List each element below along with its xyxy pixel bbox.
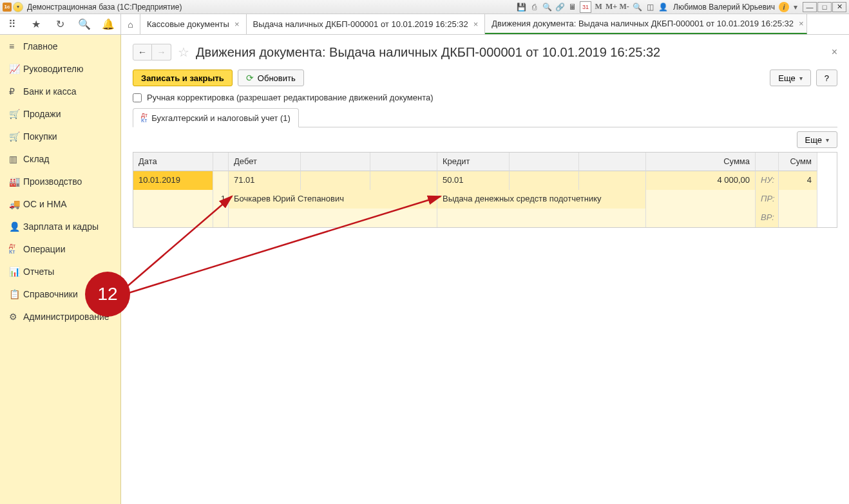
col-debit-s3[interactable]	[370, 153, 437, 171]
refresh-button[interactable]: ⟳Обновить	[238, 70, 304, 86]
tb-icon-panels[interactable]: ◫	[644, 1, 656, 13]
tb-icon-zoom[interactable]: 🔍	[631, 1, 643, 13]
sidebar-item-9[interactable]: ДтКтОперации	[0, 238, 120, 260]
cart-icon: 🛒	[9, 109, 23, 119]
tab-0-close[interactable]: ×	[234, 19, 240, 29]
tab-1-close[interactable]: ×	[473, 19, 479, 29]
cell-r2-date	[133, 190, 213, 209]
cell-credit-s1	[510, 171, 579, 190]
col-n[interactable]	[213, 153, 229, 171]
favorite-star[interactable]: ☆	[178, 44, 189, 60]
refresh-icon: ⟳	[246, 73, 254, 83]
apps-icon[interactable]: ⠿	[5, 17, 20, 32]
window-maximize[interactable]: □	[817, 2, 832, 12]
factory-icon: 🏭	[9, 176, 23, 187]
search-icon[interactable]: 🔍	[77, 17, 92, 32]
sidebar-item-4[interactable]: 🛒Покупки	[0, 125, 120, 147]
tb-icon-calendar[interactable]: 31	[580, 1, 591, 13]
sidebar-item-3[interactable]: 🛒Продажи	[0, 102, 120, 125]
grid-row-1[interactable]: 10.01.2019 71.01 50.01 4 000,00 НУ: 4	[133, 171, 837, 190]
tb-icon-preview[interactable]: 🔍	[541, 1, 553, 13]
tb-icon-m-plus[interactable]: M+	[606, 1, 617, 13]
window-minimize[interactable]: —	[803, 2, 817, 12]
tb-icon-link[interactable]: 🔗	[554, 1, 566, 13]
cart-icon: 🛒	[9, 131, 23, 142]
sidebar-item-5[interactable]: ▥Склад	[0, 147, 120, 170]
user-icon: 👤	[657, 1, 669, 13]
cell-debit-acc: 71.01	[229, 171, 301, 190]
cell-debit-s1	[301, 171, 370, 190]
cell-vr-label: ВР:	[756, 209, 779, 227]
cell-sum2: 4	[779, 171, 817, 190]
doc-title: Движения документа: Выдача наличных ДКБП…	[196, 45, 660, 60]
cell-credit-acc: 50.01	[437, 171, 510, 190]
tb-icon-m[interactable]: M	[593, 1, 604, 13]
person-icon: 👤	[9, 221, 23, 232]
cell-debit-person: Бочкарев Юрий Степанович	[229, 190, 437, 209]
toolbar-row: ⠿ ★ ↻ 🔍 🔔 ⌂ Кассовые документы× Выдача н…	[0, 14, 849, 35]
col-date[interactable]: Дата	[133, 153, 213, 171]
info-icon[interactable]: i	[779, 2, 789, 12]
sidebar-item-1[interactable]: 📈Руководителю	[0, 57, 120, 80]
save-close-button[interactable]: Записать и закрыть	[133, 70, 233, 86]
ruble-icon: ₽	[9, 86, 23, 97]
app-logo-icon: 1c	[3, 3, 12, 12]
tab-1[interactable]: Выдача наличных ДКБП-000001 от 10.01.201…	[247, 14, 486, 34]
col-credit-s1[interactable]	[510, 153, 579, 171]
close-doc[interactable]: ×	[832, 46, 837, 58]
bars-icon: 📊	[9, 266, 23, 277]
action-row: Записать и закрыть ⟳Обновить Еще ?	[133, 70, 837, 86]
col-credit-s3[interactable]	[579, 153, 646, 171]
window-close[interactable]: ✕	[832, 2, 846, 12]
annotation-marker-12: 12	[85, 272, 130, 317]
cell-r2-sum2	[779, 190, 817, 209]
content-area: ← → ☆ Движения документа: Выдача наличны…	[121, 35, 849, 504]
cell-r2-sum	[646, 190, 756, 209]
sidebar-item-7[interactable]: 🚚ОС и НМА	[0, 192, 120, 215]
sidebar-item-8[interactable]: 👤Зарплата и кадры	[0, 215, 120, 238]
col-sum[interactable]: Сумма	[646, 153, 756, 171]
tab-0[interactable]: Кассовые документы×	[140, 14, 247, 34]
cell-n	[213, 171, 229, 190]
manual-correction-checkbox[interactable]	[133, 93, 142, 102]
more-button[interactable]: Еще	[770, 70, 810, 86]
nav-back[interactable]: ←	[133, 44, 152, 61]
cell-nu-label: НУ:	[756, 171, 779, 190]
col-debit[interactable]: Дебет	[229, 153, 301, 171]
accounting-grid: Дата Дебет Кредит Сумма Сумм 10.01.2019 …	[133, 152, 837, 228]
grid-more-button[interactable]: Еще	[797, 131, 837, 148]
tb-icon-print[interactable]: ⎙	[528, 1, 540, 13]
tab-2-close[interactable]: ×	[799, 19, 804, 28]
menu-icon: ≡	[9, 41, 23, 51]
home-tab[interactable]: ⌂	[121, 14, 140, 34]
help-button[interactable]: ?	[816, 70, 837, 86]
col-debit-s1[interactable]	[301, 153, 370, 171]
sidebar-item-6[interactable]: 🏭Производство	[0, 170, 120, 192]
cell-date: 10.01.2019	[133, 171, 213, 190]
cell-credit-desc: Выдача денежных средств подотчетнику	[437, 190, 646, 209]
tb-icon-m-minus[interactable]: M-	[618, 1, 630, 13]
cell-pr-label: ПР:	[756, 190, 779, 209]
col-sum2[interactable]: Сумм	[779, 153, 817, 171]
tab-2-label: Движения документа: Выдача наличных ДКБП…	[491, 19, 794, 28]
tab-0-label: Кассовые документы	[147, 19, 229, 29]
tb-icon-save[interactable]: 💾	[515, 1, 527, 13]
nav-forward[interactable]: →	[152, 44, 171, 61]
bell-icon[interactable]: 🔔	[100, 17, 116, 32]
history-icon[interactable]: ↻	[52, 17, 68, 32]
subtab-accounting[interactable]: ДтКт Бухгалтерский и налоговый учет (1)	[133, 108, 299, 127]
grid-more-row: Еще	[133, 131, 837, 148]
app-menu-dropdown[interactable]: ▾	[13, 2, 23, 12]
grid-header: Дата Дебет Кредит Сумма Сумм	[133, 153, 837, 171]
sidebar-item-0[interactable]: ≡Главное	[0, 35, 120, 57]
grid-row-2[interactable]: 1 Бочкарев Юрий Степанович Выдача денежн…	[133, 190, 837, 209]
tb-icon-calc[interactable]: 🖩	[567, 1, 578, 13]
star-icon[interactable]: ★	[28, 17, 44, 32]
col-lbl[interactable]	[756, 153, 779, 171]
sidebar-item-2[interactable]: ₽Банк и касса	[0, 80, 120, 102]
grid-row-3[interactable]: ВР:	[133, 209, 837, 227]
current-user[interactable]: Любимов Валерий Юрьевич	[673, 3, 775, 12]
tab-2[interactable]: Движения документа: Выдача наличных ДКБП…	[485, 14, 807, 34]
col-credit[interactable]: Кредит	[437, 153, 510, 171]
tb-icon-more[interactable]: ▾	[790, 1, 801, 13]
